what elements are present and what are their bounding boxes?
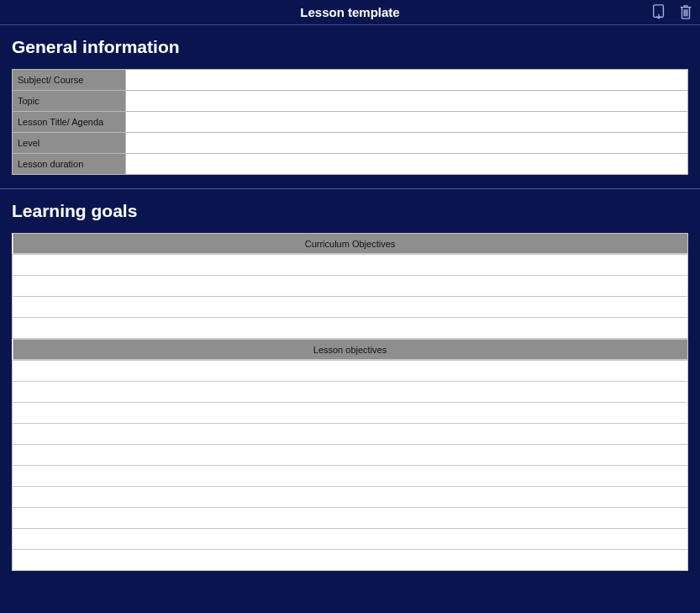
lesson-objective-cell[interactable] [13,361,688,382]
general-info-table: Subject/ Course Topic Lesson Title/ Agen… [12,69,688,175]
field-label-duration: Lesson duration [13,154,126,175]
table-row: Lesson Title/ Agenda [13,112,688,133]
section-title-goals: Learning goals [12,201,688,221]
table-row [13,382,688,403]
field-value-subject[interactable] [126,70,688,91]
table-row [13,508,688,529]
lesson-objective-cell[interactable] [13,550,688,571]
table-row [13,318,688,339]
section-learning-goals: Learning goals Curriculum Objectives Les… [0,189,700,579]
table-row: Lesson duration [13,154,688,175]
trash-icon[interactable] [678,3,693,20]
field-value-duration[interactable] [126,154,688,175]
table-row: Topic [13,91,688,112]
group-header-lesson-obj: Lesson objectives [13,339,688,360]
lesson-objective-cell[interactable] [13,382,688,403]
page-title: Lesson template [300,5,399,19]
lesson-objective-cell[interactable] [13,466,688,487]
table-row [13,445,688,466]
lesson-objective-cell[interactable] [13,424,688,445]
table-row: Lesson objectives [13,339,688,361]
table-row [13,276,688,297]
field-label-lesson-title: Lesson Title/ Agenda [13,112,126,133]
table-row [13,297,688,318]
lesson-objective-cell[interactable] [13,487,688,508]
table-row [13,550,688,571]
curriculum-objective-cell[interactable] [13,318,688,339]
field-value-lesson-title[interactable] [126,112,688,133]
lesson-objective-cell[interactable] [13,529,688,550]
table-row [13,529,688,550]
lesson-objective-cell[interactable] [13,508,688,529]
lesson-objective-cell[interactable] [13,403,688,424]
curriculum-objective-cell[interactable] [13,276,688,297]
table-row: Level [13,133,688,154]
curriculum-objective-cell[interactable] [13,297,688,318]
titlebar: Lesson template [0,0,700,25]
table-row [13,487,688,508]
group-header-curriculum: Curriculum Objectives [13,233,688,254]
table-row: Curriculum Objectives [13,233,688,255]
field-value-level[interactable] [126,133,688,154]
learning-goals-table: Curriculum Objectives Lesson objectives [12,233,688,571]
field-label-level: Level [13,133,126,154]
table-row: Subject/ Course [13,70,688,91]
table-row [13,361,688,382]
table-row [13,255,688,276]
field-label-topic: Topic [13,91,126,112]
section-general-information: General information Subject/ Course Topi… [0,25,700,183]
bookmark-icon[interactable] [651,3,666,20]
field-label-subject: Subject/ Course [13,70,126,91]
field-value-topic[interactable] [126,91,688,112]
titlebar-actions [651,3,693,20]
table-row [13,466,688,487]
content: General information Subject/ Course Topi… [0,25,700,579]
lesson-objective-cell[interactable] [13,445,688,466]
table-row [13,424,688,445]
section-title-general: General information [12,37,688,57]
curriculum-objective-cell[interactable] [13,255,688,276]
table-row [13,403,688,424]
